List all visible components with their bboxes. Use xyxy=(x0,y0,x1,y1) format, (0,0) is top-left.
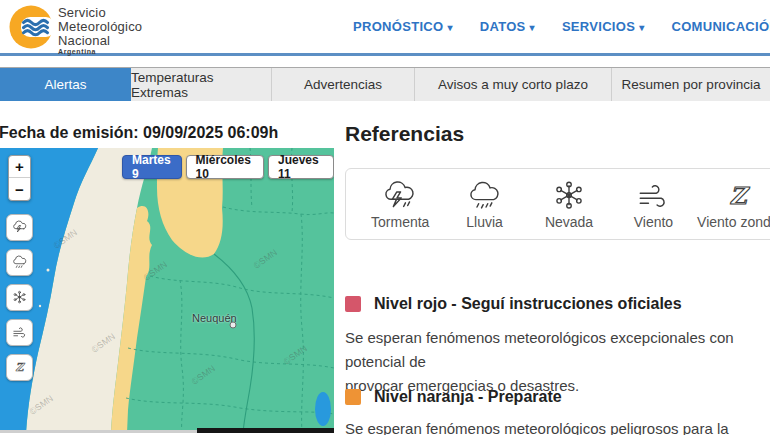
smn-logo[interactable]: Servicio Meteorológico Nacional Argentin… xyxy=(8,4,142,56)
zoom-in-button[interactable]: + xyxy=(9,156,30,178)
wind-icon xyxy=(633,179,673,213)
nav-pronostico[interactable]: PRONÓSTICO ▾ xyxy=(353,19,453,34)
snow-layer-button[interactable] xyxy=(6,284,33,311)
legend-item-lluvia: Lluvia xyxy=(442,179,526,230)
tab-avisos-corto-plazo[interactable]: Avisos a muy corto plazo xyxy=(415,68,612,101)
legend-label: Nevada xyxy=(545,214,593,230)
rain-icon xyxy=(11,255,29,270)
zonda-icon: Z xyxy=(719,179,757,213)
map-attribution-bar xyxy=(0,430,197,433)
svg-text:Z: Z xyxy=(729,181,750,208)
map-terrain xyxy=(0,148,334,433)
level-red-title: Nivel rojo - Seguí instrucciones oficial… xyxy=(374,295,682,313)
zonda-layer-button[interactable]: Z xyxy=(6,354,33,381)
city-label-neuquen: Neuquén xyxy=(192,312,237,324)
storm-icon xyxy=(380,179,420,213)
brand-line2: Meteorológico xyxy=(58,20,142,34)
day-tab-miercoles[interactable]: Miércoles 10 xyxy=(186,155,264,179)
description-line: Se esperan fenómenos meteorológicos exce… xyxy=(345,326,770,374)
nav-datos-label: DATOS xyxy=(480,19,526,34)
chevron-down-icon: ▾ xyxy=(530,22,535,33)
nav-comunicacion[interactable]: COMUNICACIÓN ▾ xyxy=(671,19,770,34)
day-tab-jueves[interactable]: Jueves 11 xyxy=(268,155,334,179)
nav-datos[interactable]: DATOS ▾ xyxy=(480,19,535,34)
level-orange-description: Se esperan fenómenos meteorológicos peli… xyxy=(345,417,770,435)
tab-advertencias[interactable]: Advertencias xyxy=(272,68,415,101)
rain-layer-button[interactable] xyxy=(6,249,33,276)
map-day-tabs: Martes 9 Miércoles 10 Jueves 11 xyxy=(122,155,334,179)
legend-item-viento: Viento xyxy=(611,179,695,230)
description-line: Se esperan fenómenos meteorológicos peli… xyxy=(345,417,770,435)
brand-text: Servicio Meteorológico Nacional Argentin… xyxy=(58,6,142,56)
brand-line1: Servicio xyxy=(58,6,142,20)
snow-icon xyxy=(11,290,28,305)
zonda-icon: Z xyxy=(11,360,28,375)
legend-item-nevada: Nevada xyxy=(527,179,611,230)
legend-label: Viento xyxy=(634,214,673,230)
main-nav: PRONÓSTICO ▾ DATOS ▾ SERVICIOS ▾ COMUNIC… xyxy=(353,0,770,53)
legend-label: Lluvia xyxy=(466,214,503,230)
svg-text:Z: Z xyxy=(16,361,26,374)
tab-resumen-provincia[interactable]: Resumen por provincia xyxy=(612,68,770,101)
chevron-down-icon: ▾ xyxy=(639,22,644,33)
header: Servicio Meteorológico Nacional Argentin… xyxy=(0,0,770,56)
nav-servicios[interactable]: SERVICIOS ▾ xyxy=(562,19,645,34)
level-red-header: Nivel rojo - Seguí instrucciones oficial… xyxy=(345,295,682,313)
smn-alerts-page: Servicio Meteorológico Nacional Argentin… xyxy=(0,0,770,435)
legend-item-tormenta: Tormenta xyxy=(358,179,442,230)
wind-layer-button[interactable] xyxy=(6,319,33,346)
storm-layer-button[interactable] xyxy=(6,214,33,241)
level-orange-title: Nivel naranja - Preparate xyxy=(374,388,562,406)
level-orange-header: Nivel naranja - Preparate xyxy=(345,388,562,406)
legend-item-viento-zonda: Z Viento zonda xyxy=(696,179,770,230)
references-legend: Tormenta Lluvia Nevada xyxy=(345,168,770,240)
map-attribution-bar-dark xyxy=(197,428,334,433)
zoom-out-button[interactable]: − xyxy=(9,178,30,200)
wind-icon xyxy=(11,325,29,340)
emission-date: Fecha de emisión: 09/09/2025 06:09h xyxy=(0,124,278,142)
section-tabs: Alertas Temperaturas Extremas Advertenci… xyxy=(0,67,770,101)
nav-pronostico-label: PRONÓSTICO xyxy=(353,19,443,34)
day-tab-martes[interactable]: Martes 9 xyxy=(122,155,182,179)
alert-map[interactable]: ©SMN ©SMN ©SMN ©SMN ©SMN ©SMN ©SMN Neuqu… xyxy=(0,148,334,433)
level-red-swatch xyxy=(345,296,361,312)
rain-icon xyxy=(465,179,505,213)
brand-line3: Nacional xyxy=(58,34,142,48)
storm-icon xyxy=(11,220,29,235)
brand-country: Argentina xyxy=(58,48,142,55)
references-title: Referencias xyxy=(345,122,464,146)
chevron-down-icon: ▾ xyxy=(447,22,452,33)
level-orange-swatch xyxy=(345,389,361,405)
tab-temperaturas-extremas[interactable]: Temperaturas Extremas xyxy=(131,68,272,101)
legend-label: Tormenta xyxy=(371,214,429,230)
tab-alertas[interactable]: Alertas xyxy=(0,68,131,101)
map-layer-buttons: Z xyxy=(6,214,33,381)
map-zoom-control: + − xyxy=(8,155,31,201)
legend-label: Viento zonda xyxy=(697,214,770,230)
nav-comunicacion-label: COMUNICACIÓN xyxy=(671,19,770,34)
snow-icon xyxy=(550,179,588,213)
nav-servicios-label: SERVICIOS xyxy=(562,19,635,34)
smn-logo-icon xyxy=(8,4,54,50)
